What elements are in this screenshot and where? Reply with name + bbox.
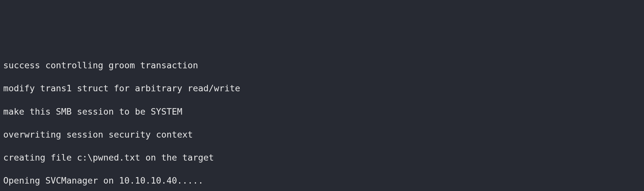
output-line: creating file c:\pwned.txt on the target: [3, 152, 641, 163]
output-line: Opening SVCManager on 10.10.10.40.....: [3, 175, 641, 186]
output-line: success controlling groom transaction: [3, 60, 641, 71]
output-line: overwriting session security context: [3, 129, 641, 140]
terminal-output: success controlling groom transaction mo…: [3, 48, 641, 191]
output-line: make this SMB session to be SYSTEM: [3, 106, 641, 118]
output-line: modify trans1 struct for arbitrary read/…: [3, 83, 641, 94]
